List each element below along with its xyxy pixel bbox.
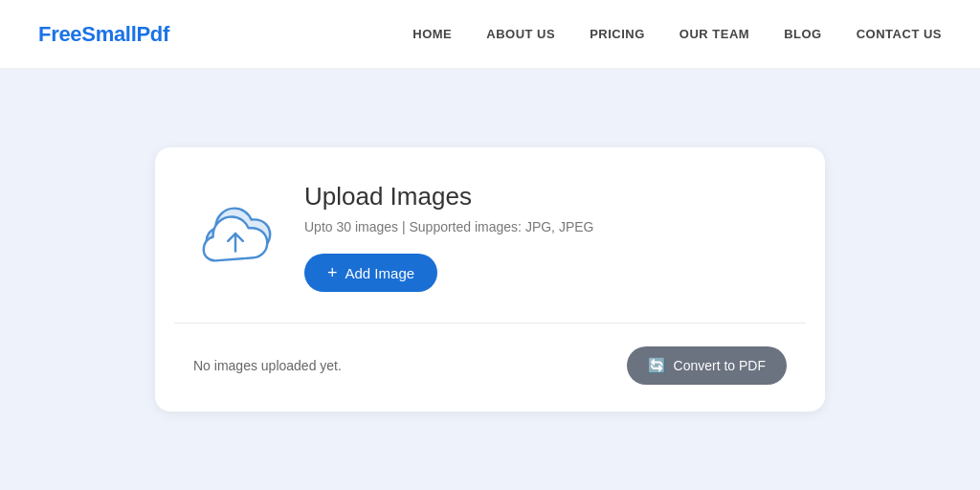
convert-icon: 🔄 (648, 357, 666, 374)
nav-item-about[interactable]: ABOUT US (486, 27, 555, 41)
nav-item-blog[interactable]: BLOG (784, 27, 822, 41)
nav-item-team[interactable]: OUR TEAM (679, 27, 749, 41)
nav-item-pricing[interactable]: PRICING (590, 27, 645, 41)
no-images-text: No images uploaded yet. (193, 358, 342, 373)
add-image-button[interactable]: + Add Image (304, 254, 437, 292)
card-top: Upload Images Upto 30 images | Supported… (155, 147, 825, 323)
upload-title: Upload Images (304, 182, 787, 212)
logo[interactable]: FreeSmallPdf (38, 22, 169, 47)
header: FreeSmallPdf HOME ABOUT US PRICING OUR T… (0, 0, 980, 69)
nav-item-home[interactable]: HOME (412, 27, 452, 41)
plus-icon: + (327, 264, 338, 281)
add-image-label: Add Image (345, 265, 415, 281)
card-content: Upload Images Upto 30 images | Supported… (304, 182, 787, 292)
nav-item-contact[interactable]: CONTACT US (857, 27, 942, 41)
nav: HOME ABOUT US PRICING OUR TEAM BLOG CONT… (412, 27, 942, 41)
upload-subtitle: Upto 30 images | Supported images: JPG, … (304, 219, 787, 234)
cloud-upload-icon (193, 197, 278, 278)
convert-to-pdf-button[interactable]: 🔄 Convert to PDF (627, 346, 787, 385)
convert-label: Convert to PDF (674, 358, 766, 373)
card-bottom: No images uploaded yet. 🔄 Convert to PDF (155, 323, 825, 412)
main-content: Upload Images Upto 30 images | Supported… (0, 69, 980, 490)
upload-card: Upload Images Upto 30 images | Supported… (155, 147, 825, 412)
